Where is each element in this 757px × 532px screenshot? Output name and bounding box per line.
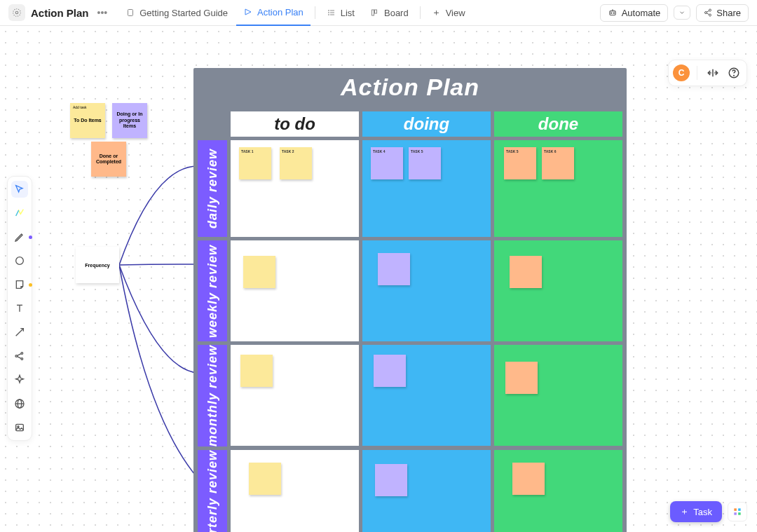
row-label-quarterly: quarterly review bbox=[198, 450, 227, 532]
action-plan-board[interactable]: Action Plan to do doing done daily revie… bbox=[193, 68, 627, 532]
tab-add-view[interactable]: ＋ View bbox=[425, 0, 472, 26]
legend-todo-label: To Do Items bbox=[74, 118, 102, 123]
connector-tool[interactable] bbox=[11, 324, 28, 341]
sticky-weekly-done[interactable] bbox=[510, 256, 542, 288]
tab-list[interactable]: List bbox=[320, 0, 362, 26]
sticky-quarterly-todo[interactable] bbox=[249, 463, 281, 495]
sticky-note-tool[interactable] bbox=[11, 276, 28, 293]
automate-button[interactable]: Automate bbox=[600, 4, 669, 22]
help-button[interactable] bbox=[725, 64, 742, 81]
svg-rect-41 bbox=[734, 512, 737, 515]
sticky-task1[interactable]: TASK 1 bbox=[239, 147, 271, 179]
cell-weekly-todo[interactable] bbox=[231, 240, 359, 341]
web-tool[interactable] bbox=[11, 395, 28, 412]
left-toolbar bbox=[7, 176, 32, 441]
tab-separator-2 bbox=[420, 6, 421, 19]
cell-monthly-doing[interactable] bbox=[362, 345, 491, 446]
cell-daily-doing[interactable]: TASK 4 TASK 5 bbox=[362, 140, 491, 237]
svg-rect-32 bbox=[16, 424, 24, 430]
tab-action-label: Action Plan bbox=[257, 7, 304, 18]
tab-board[interactable]: Board bbox=[363, 0, 416, 26]
row-label-weekly: weekly review bbox=[198, 240, 227, 341]
share-icon bbox=[704, 8, 712, 17]
mindmap-tool[interactable] bbox=[11, 348, 28, 364]
sticky-monthly-todo[interactable] bbox=[240, 355, 273, 387]
tab-action-plan[interactable]: Action Plan bbox=[236, 0, 311, 26]
cell-daily-todo[interactable]: TASK 1 TASK 2 bbox=[231, 140, 359, 237]
sticky-task4[interactable]: TASK 4 bbox=[371, 147, 403, 179]
sticky-task2[interactable]: TASK 2 bbox=[280, 147, 312, 179]
create-task-button[interactable]: ＋ Task bbox=[670, 501, 722, 522]
sticky-monthly-doing[interactable] bbox=[374, 355, 406, 387]
sticky-quarterly-done[interactable] bbox=[512, 463, 545, 495]
cell-monthly-todo[interactable] bbox=[231, 345, 359, 446]
frequency-node[interactable]: Frequency bbox=[76, 247, 119, 283]
board-title-bar: Action Plan bbox=[193, 68, 627, 106]
svg-point-20 bbox=[16, 257, 24, 265]
doc-type-icon[interactable] bbox=[8, 4, 25, 21]
cell-weekly-done[interactable] bbox=[494, 240, 622, 341]
highlighter-tool[interactable] bbox=[11, 205, 28, 221]
cell-daily-done[interactable]: TASK 5 TASK 6 bbox=[494, 140, 622, 237]
separator bbox=[697, 66, 697, 80]
shape-tool[interactable] bbox=[11, 252, 28, 269]
svg-line-27 bbox=[18, 354, 21, 356]
whiteboard-canvas[interactable]: Add task To Do Items Doing or In progres… bbox=[0, 26, 757, 532]
legend-doing-label: Doing or In progress Items bbox=[114, 111, 145, 129]
sticky-weekly-todo[interactable] bbox=[243, 256, 275, 288]
doc-title[interactable]: Action Plan bbox=[31, 7, 89, 19]
board-icon bbox=[370, 8, 380, 18]
plus-icon: ＋ bbox=[432, 8, 442, 18]
sticky-monthly-done[interactable] bbox=[505, 362, 538, 394]
svg-point-25 bbox=[21, 353, 23, 355]
row-label-monthly: monthly review bbox=[198, 345, 227, 446]
tab-guide[interactable]: Getting Started Guide bbox=[118, 0, 235, 26]
grid-icon bbox=[732, 507, 742, 517]
user-avatar[interactable]: C bbox=[673, 64, 690, 81]
svg-point-38 bbox=[734, 75, 735, 76]
col-header-done: done bbox=[494, 111, 622, 137]
tab-separator bbox=[315, 6, 315, 19]
cell-monthly-done[interactable] bbox=[494, 345, 622, 446]
sticky-task5[interactable]: TASK 5 bbox=[409, 147, 441, 179]
svg-point-6 bbox=[328, 11, 329, 11]
column-headers: to do doing done bbox=[231, 111, 622, 137]
svg-rect-42 bbox=[738, 512, 741, 515]
sticky-task6[interactable]: TASK 6 bbox=[542, 147, 574, 179]
share-label: Share bbox=[716, 8, 741, 18]
legend-done-note[interactable]: Done or Completed bbox=[91, 142, 126, 177]
col-header-todo: to do bbox=[231, 111, 359, 137]
share-button[interactable]: Share bbox=[696, 4, 749, 22]
canvas-toolbar-bottomright: ＋ Task bbox=[670, 501, 747, 522]
apps-button[interactable] bbox=[728, 502, 747, 521]
text-tool[interactable] bbox=[11, 300, 28, 317]
legend-sub: Add task bbox=[73, 105, 86, 109]
ai-tool[interactable] bbox=[11, 371, 28, 388]
select-tool[interactable] bbox=[11, 181, 28, 198]
svg-point-26 bbox=[21, 358, 23, 360]
automate-dropdown[interactable] bbox=[674, 6, 690, 20]
row-label-daily: daily review bbox=[198, 140, 227, 237]
cell-quarterly-todo[interactable] bbox=[231, 450, 359, 532]
cell-quarterly-done[interactable] bbox=[494, 450, 622, 532]
svg-line-28 bbox=[18, 357, 21, 359]
svg-line-19 bbox=[707, 13, 710, 15]
sticky-weekly-doing[interactable] bbox=[378, 253, 410, 285]
svg-point-7 bbox=[328, 13, 329, 13]
sticky-task5b[interactable]: TASK 5 bbox=[504, 147, 536, 179]
pen-tool[interactable] bbox=[11, 229, 28, 245]
svg-line-23 bbox=[16, 329, 24, 336]
svg-point-17 bbox=[709, 14, 711, 16]
cell-quarterly-doing[interactable] bbox=[362, 450, 491, 532]
tab-guide-label: Getting Started Guide bbox=[139, 8, 228, 18]
cell-weekly-doing[interactable] bbox=[362, 240, 491, 341]
doc-menu-icon[interactable]: ••• bbox=[95, 7, 111, 18]
doc-icon bbox=[125, 8, 135, 18]
legend-todo-note[interactable]: Add task To Do Items bbox=[70, 103, 105, 138]
board-body: to do doing done daily review TASK 1 TAS… bbox=[193, 109, 627, 532]
image-tool[interactable] bbox=[11, 419, 28, 436]
sticky-quarterly-doing[interactable] bbox=[375, 464, 407, 496]
fit-width-button[interactable] bbox=[704, 64, 721, 81]
legend-doing-note[interactable]: Doing or In progress Items bbox=[112, 103, 147, 138]
svg-point-1 bbox=[13, 9, 21, 17]
